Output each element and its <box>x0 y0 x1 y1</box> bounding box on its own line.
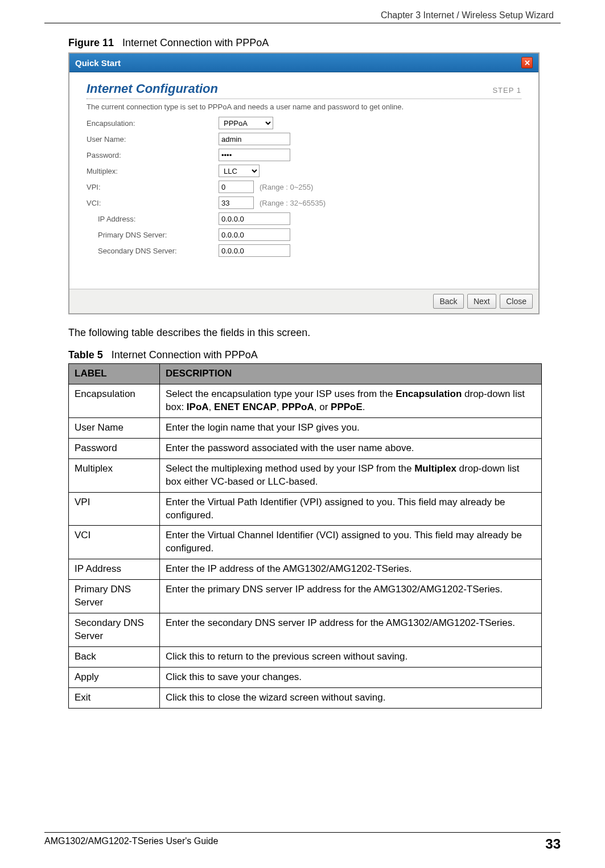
cell-desc: Select the encapsulation type your ISP u… <box>160 384 542 417</box>
table-row: VCI Enter the Virtual Channel Identifier… <box>69 526 542 559</box>
figure-caption: Figure 11 Internet Connection with PPPoA <box>68 37 542 49</box>
th-label: LABEL <box>69 364 160 384</box>
dns1-label: Primary DNS Server: <box>87 231 219 239</box>
section-description: The current connection type is set to PP… <box>87 103 521 111</box>
header-rule <box>44 23 561 23</box>
step-indicator: STEP 1 <box>492 86 521 95</box>
cell-label: Multiplex <box>69 458 160 492</box>
page-number: 33 <box>545 836 561 852</box>
table-row: IP Address Enter the IP address of the A… <box>69 559 542 580</box>
page-footer: AMG1302/AMG1202-TSeries User's Guide 33 <box>44 832 561 852</box>
cell-desc: Click this to save your changes. <box>160 667 542 687</box>
wizard-body: Internet Configuration STEP 1 The curren… <box>69 72 538 289</box>
password-label: Password: <box>87 151 219 159</box>
close-icon[interactable]: ✕ <box>521 57 533 68</box>
table-row: Encapsulation Select the encapsulation t… <box>69 384 542 417</box>
cell-desc: Enter the login name that your ISP gives… <box>160 417 542 438</box>
vpi-input[interactable] <box>219 181 254 193</box>
vci-label: VCI: <box>87 199 219 207</box>
figure-title: Internet Connection with PPPoA <box>122 37 269 48</box>
cell-desc: Enter the secondary DNS server IP addres… <box>160 613 542 647</box>
wizard-title-text: Quick Start <box>75 58 121 68</box>
description-table: LABEL DESCRIPTION Encapsulation Select t… <box>68 363 542 709</box>
multiplex-select[interactable]: LLC <box>219 165 260 177</box>
wizard-window: Quick Start ✕ Internet Configuration STE… <box>68 52 540 314</box>
dns1-input[interactable] <box>219 228 290 241</box>
table-number: Table 5 <box>68 349 103 361</box>
cell-label: VPI <box>69 492 160 526</box>
cell-label: Back <box>69 647 160 668</box>
username-input[interactable] <box>219 133 290 145</box>
cell-desc: Select the multiplexing method used by y… <box>160 458 542 492</box>
table-row: Password Enter the password associated w… <box>69 438 542 458</box>
cell-label: IP Address <box>69 559 160 580</box>
cell-desc: Enter the Virtual Path Identifier (VPI) … <box>160 492 542 526</box>
cell-label: Exit <box>69 687 160 708</box>
cell-label: Primary DNS Server <box>69 580 160 613</box>
ip-input[interactable] <box>219 212 290 225</box>
back-button[interactable]: Back <box>433 294 463 309</box>
cell-desc: Enter the password associated with the u… <box>160 438 542 458</box>
close-button[interactable]: Close <box>500 294 533 309</box>
table-row: Back Click this to return to the previou… <box>69 647 542 668</box>
table-row: Apply Click this to save your changes. <box>69 667 542 687</box>
cell-label: VCI <box>69 526 160 559</box>
table-row: Multiplex Select the multiplexing method… <box>69 458 542 492</box>
cell-desc: Click this to close the wizard screen wi… <box>160 687 542 708</box>
footer-guide-name: AMG1302/AMG1202-TSeries User's Guide <box>44 836 218 852</box>
cell-desc: Enter the primary DNS server IP address … <box>160 580 542 613</box>
vpi-range-hint: (Range : 0~255) <box>260 183 313 191</box>
wizard-footer: Back Next Close <box>69 289 538 313</box>
table-row: VPI Enter the Virtual Path Identifier (V… <box>69 492 542 526</box>
cell-label: Encapsulation <box>69 384 160 417</box>
cell-label: Apply <box>69 667 160 687</box>
running-header: Chapter 3 Internet / Wireless Setup Wiza… <box>381 10 554 21</box>
password-input[interactable] <box>219 149 290 161</box>
cell-label: Secondary DNS Server <box>69 613 160 647</box>
table-intro-text: The following table describes the fields… <box>68 327 542 339</box>
th-description: DESCRIPTION <box>160 364 542 384</box>
cell-desc: Click this to return to the previous scr… <box>160 647 542 668</box>
table-row: Primary DNS Server Enter the primary DNS… <box>69 580 542 613</box>
ip-label: IP Address: <box>87 215 219 223</box>
cell-desc: Enter the Virtual Channel Identifier (VC… <box>160 526 542 559</box>
encapsulation-label: Encapsulation: <box>87 119 219 128</box>
encapsulation-select[interactable]: PPPoA <box>219 117 273 129</box>
table-row: User Name Enter the login name that your… <box>69 417 542 438</box>
table-caption: Table 5 Internet Connection with PPPoA <box>68 349 542 361</box>
table-row: Secondary DNS Server Enter the secondary… <box>69 613 542 647</box>
username-label: User Name: <box>87 135 219 144</box>
multiplex-label: Multiplex: <box>87 167 219 175</box>
wizard-titlebar: Quick Start ✕ <box>69 54 538 72</box>
next-button[interactable]: Next <box>467 294 496 309</box>
table-header-row: LABEL DESCRIPTION <box>69 364 542 384</box>
dns2-input[interactable] <box>219 244 290 257</box>
cell-label: User Name <box>69 417 160 438</box>
cell-desc: Enter the IP address of the AMG1302/AMG1… <box>160 559 542 580</box>
table-title: Internet Connection with PPPoA <box>112 349 258 361</box>
section-heading: Internet Configuration <box>87 81 218 96</box>
cell-label: Password <box>69 438 160 458</box>
vci-input[interactable] <box>219 196 254 209</box>
vpi-label: VPI: <box>87 183 219 191</box>
dns2-label: Secondary DNS Server: <box>87 247 219 255</box>
figure-number: Figure 11 <box>68 37 114 48</box>
table-row: Exit Click this to close the wizard scre… <box>69 687 542 708</box>
vci-range-hint: (Range : 32~65535) <box>260 199 326 207</box>
